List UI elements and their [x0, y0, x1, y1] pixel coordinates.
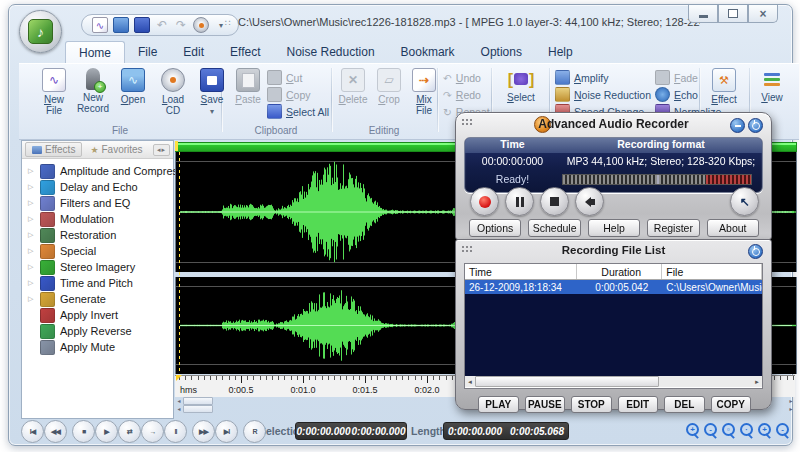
qat-redo-icon[interactable]: ↷	[174, 18, 188, 32]
transport-rewind-button[interactable]: ◀◀	[44, 420, 67, 443]
hscroll-right-arrow-icon[interactable]: ►	[752, 379, 762, 385]
recorder-register-button[interactable]: Register	[647, 219, 699, 237]
recorder-help-button[interactable]: Help	[588, 219, 640, 237]
sidebar-tab-favorites[interactable]: ★ Favorites	[84, 143, 148, 156]
scrollbar-left-arrow-icon[interactable]: ◄	[175, 406, 183, 412]
ribbon-button-open[interactable]: ∿ Open	[115, 67, 151, 125]
recorder-about-button[interactable]: About	[707, 219, 759, 237]
expand-arrow-icon[interactable]: ▷	[28, 183, 35, 191]
expand-arrow-icon[interactable]: ▷	[28, 167, 35, 175]
scrollbar-left-arrow-icon[interactable]: ◄	[175, 398, 183, 404]
selection-fields[interactable]: 0:00:00.000 0:00:00.000	[295, 422, 407, 440]
column-header-time[interactable]: Time	[465, 264, 577, 279]
tab-edit[interactable]: Edit	[170, 41, 217, 63]
expand-arrow-icon[interactable]: ▷	[28, 295, 35, 303]
scrollbar-thumb[interactable]	[183, 397, 213, 405]
tree-item-modulation[interactable]: ▷Modulation	[22, 211, 173, 227]
qat-undo-icon[interactable]: ↶	[155, 18, 169, 32]
column-header-duration[interactable]: Duration	[577, 264, 662, 279]
scrollbar-thumb[interactable]	[183, 405, 213, 413]
mute-button[interactable]	[575, 187, 604, 216]
ribbon-button-copy[interactable]: Copy	[267, 87, 311, 102]
ribbon-button-noise-reduction[interactable]: Noise Reduction	[555, 87, 651, 102]
recorder-power-button[interactable]	[748, 118, 763, 133]
tab-file[interactable]: File	[125, 41, 170, 63]
ribbon-button-crop[interactable]: ▱ Crop	[373, 67, 405, 125]
restore-button[interactable]	[718, 5, 748, 23]
transport-record-button[interactable]: R	[243, 420, 266, 443]
ribbon-button-new-file[interactable]: ∿ New File	[35, 67, 73, 125]
qat-new-file-icon[interactable]: ∿	[92, 17, 108, 33]
file-list-row[interactable]: 26-12-2009,18:18:340:00:05.042C:\Users\O…	[465, 280, 762, 294]
transport-fast-forward-button[interactable]: ▶▶	[192, 420, 215, 443]
tree-item-restoration[interactable]: ▷Restoration	[22, 227, 173, 243]
transport-play-selection-button[interactable]: →	[141, 420, 164, 443]
ribbon-button-redo[interactable]: ↷ Redo	[443, 87, 481, 102]
file-list-power-button[interactable]	[748, 244, 763, 259]
save-dropdown-caret[interactable]: ▾	[210, 107, 214, 116]
hscroll-left-arrow-icon[interactable]: ◄	[465, 379, 475, 385]
tree-item-apply-mute[interactable]: Apply Mute	[22, 339, 173, 355]
tab-bookmark[interactable]: Bookmark	[388, 41, 468, 63]
tree-item-time-and-pitch[interactable]: ▷Time and Pitch	[22, 275, 173, 291]
expand-arrow-icon[interactable]: ▷	[28, 231, 35, 239]
file-list-copy-button[interactable]: COPY	[711, 396, 752, 413]
transport-go-start-button[interactable]: I◀	[21, 420, 44, 443]
file-list-pause-button[interactable]: PAUSE	[525, 396, 566, 413]
tree-item-delay-and-echo[interactable]: ▷Delay and Echo	[22, 179, 173, 195]
ribbon-button-delete[interactable]: ✕ Delete	[335, 67, 371, 125]
ribbon-button-amplify[interactable]: Amplify	[555, 70, 608, 85]
qat-open-icon[interactable]	[113, 17, 129, 33]
transport-stop-button[interactable]: ■	[72, 420, 95, 443]
ribbon-button-mix-file[interactable]: ⇢ Mix File	[407, 67, 441, 125]
tree-item-filters-and-eq[interactable]: ▷Filters and EQ	[22, 195, 173, 211]
tree-item-special[interactable]: ▷Special	[22, 243, 173, 259]
ribbon-button-load-cd[interactable]: Load CD	[155, 67, 191, 125]
transport-go-end-button[interactable]: ▶I	[215, 420, 238, 443]
tree-item-apply-invert[interactable]: Apply Invert	[22, 307, 173, 323]
tab-effect[interactable]: Effect	[217, 41, 273, 63]
tab-options[interactable]: Options	[468, 41, 535, 63]
tab-help[interactable]: Help	[535, 41, 586, 63]
zoom-selection-button[interactable]: ▫	[721, 422, 737, 438]
transport-play-button[interactable]: ▶	[95, 420, 118, 443]
ribbon-button-new-record[interactable]: + New Record	[73, 67, 113, 125]
expand-arrow-icon[interactable]: ▷	[28, 199, 35, 207]
sidebar-tab-effects[interactable]: Effects	[25, 142, 82, 157]
ribbon-button-select-all[interactable]: Select All	[267, 104, 329, 119]
zoom-in-button[interactable]: +	[685, 422, 701, 438]
tab-noise-reduction[interactable]: Noise Reduction	[274, 41, 388, 63]
zoom-vertical-in-button[interactable]: +	[757, 422, 773, 438]
file-list-play-button[interactable]: PLAY	[478, 396, 519, 413]
recorder-schedule-button[interactable]: Schedule	[528, 219, 580, 237]
ribbon-button-fade[interactable]: Fade	[655, 70, 698, 85]
scrollbar-right-arrow-icon[interactable]: ►	[787, 398, 795, 404]
file-list-del-button[interactable]: DEL	[664, 396, 705, 413]
expand-arrow-icon[interactable]: ▷	[28, 247, 35, 255]
length-fields[interactable]: 0:00:00.000 0:00:05.068	[443, 422, 569, 440]
ribbon-button-undo[interactable]: ↶ Undo	[443, 70, 481, 85]
transport-loop-button[interactable]: ⇄	[118, 420, 141, 443]
transport-pause-button[interactable]: II	[164, 420, 187, 443]
tree-item-amplitude-and-compression[interactable]: ▷Amplitude and Compression	[22, 163, 173, 179]
file-list-edit-button[interactable]: EDIT	[618, 396, 659, 413]
expand-arrow-icon[interactable]: ▷	[28, 215, 35, 223]
file-list-stop-button[interactable]: STOP	[571, 396, 612, 413]
expand-arrow-icon[interactable]: ▷	[28, 263, 35, 271]
restore-main-window-button[interactable]: ↖	[730, 187, 759, 216]
expand-arrow-icon[interactable]: ▷	[28, 279, 35, 287]
recorder-minimize-button[interactable]	[730, 118, 745, 133]
zoom-out-button[interactable]: -	[703, 422, 719, 438]
close-button[interactable]: ×	[748, 5, 778, 23]
scrollbar-right-arrow-icon[interactable]: ►	[787, 406, 795, 412]
qat-save-icon[interactable]	[134, 17, 150, 33]
tree-item-apply-reverse[interactable]: Apply Reverse	[22, 323, 173, 339]
zoom-vertical-out-button[interactable]: -	[775, 422, 791, 438]
record-button[interactable]	[470, 187, 499, 216]
ribbon-button-cut[interactable]: Cut	[267, 70, 302, 85]
tree-item-stereo-imagery[interactable]: ▷Stereo Imagery	[22, 259, 173, 275]
recorder-options-button[interactable]: Options	[469, 219, 521, 237]
ribbon-button-save[interactable]: Save ▾	[195, 67, 229, 125]
tree-item-generate[interactable]: ▷Generate	[22, 291, 173, 307]
qat-record-cd-icon[interactable]	[193, 17, 209, 33]
